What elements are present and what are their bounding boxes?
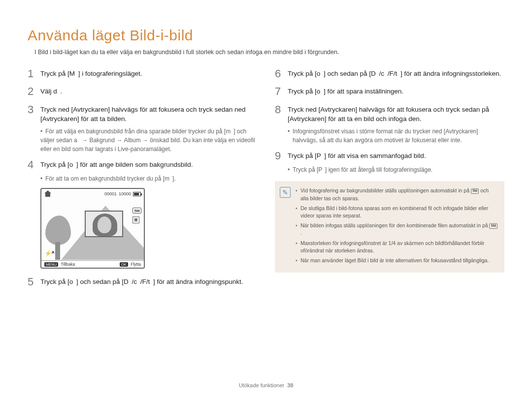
step-text: Tryck på [o ] och sedan på [D /c /F/t ] … [288, 67, 501, 79]
step-2: 2 Välj d . [28, 85, 257, 98]
step-text: Tryck ned [Avtryckaren] halvvägs för att… [40, 103, 257, 124]
step-number: 6 [275, 67, 288, 80]
step-5: 5 Tryck på [o ] och sedan på [D /c /F/t … [28, 276, 257, 288]
step-number: 9 [275, 150, 288, 162]
step-6: 6 Tryck på [o ] och sedan på [D /c /F/t … [275, 67, 504, 80]
shots-label: 10000 [119, 191, 131, 196]
step-number: 7 [275, 85, 288, 98]
step-9: 9 Tryck på [P ] för att visa en sammanfo… [275, 150, 504, 162]
step-9-sub: • Tryck på [P ] igen för att återgå till… [288, 165, 504, 174]
ok-chip: OK [120, 262, 128, 267]
flash-auto-icon: ⚡ᴬ [44, 250, 54, 257]
step-3-sub: • För att välja en bakgrundsbild från di… [40, 127, 257, 154]
step-3: 3 Tryck ned [Avtryckaren] halvvägs för a… [28, 103, 257, 124]
step-number: 3 [28, 103, 40, 116]
menu-chip: MENU [44, 262, 58, 267]
move-label: Flytta [131, 262, 141, 267]
note-item: De slutliga Bild i bild-fotona sparas so… [296, 205, 498, 219]
step-text: Tryck på [P ] för att visa en sammanfoga… [288, 150, 426, 161]
step-text: Välj d . [40, 85, 62, 96]
step-text: Tryck på [o ] för att spara inställninge… [288, 85, 403, 96]
inset-frame [85, 211, 123, 237]
left-column: 1 Tryck på [M ] i fotograferingsläget. 2… [28, 67, 257, 294]
portrait-face [98, 216, 111, 233]
step-3-sub-b: a [74, 137, 80, 144]
step-text: Tryck på [M ] i fotograferingsläget. [40, 67, 142, 79]
note-list: Vid fotografering av bakgrundsbilder stä… [296, 187, 498, 267]
page-footer: Utökade funktioner 38 [0, 382, 532, 388]
step-number: 8 [275, 103, 288, 116]
back-label: Tillbaka [61, 262, 75, 267]
note-box: ✎ Vid fotografering av bakgrundsbilder s… [275, 181, 504, 273]
step-number: 4 [28, 158, 40, 171]
footer-section: Utökade funktioner [239, 382, 284, 388]
battery-icon [133, 192, 141, 196]
step-number: 5 [28, 276, 40, 288]
step-8-sub: • Infogningsfönstret visas i större form… [288, 127, 504, 145]
step-text: Tryck på [o ] för att ange bilden som ba… [40, 158, 193, 170]
step-3-sub-d: Album [124, 137, 141, 144]
step-4-sub: • För att ta om en bakgrundsbild trycker… [40, 174, 257, 183]
home-icon [44, 191, 51, 197]
note-item: När man använder läget Bild i bild är in… [296, 257, 498, 264]
grid-icon: ▦ [133, 216, 139, 223]
counter-label: 00001 [104, 191, 117, 196]
step-8-sub-text: Infogningsfönstret visas i större format… [293, 128, 478, 144]
step-4-sub-text: För att ta om en bakgrundsbild trycker d… [45, 175, 176, 182]
footer-page: 38 [287, 382, 293, 388]
tree-trunk [55, 242, 60, 260]
step-number: 2 [28, 85, 40, 98]
step-3-sub-c: Bakgrund [89, 137, 114, 144]
step-8: 8 Tryck ned [Avtryckaren] halvvägs för a… [275, 103, 504, 124]
step-number: 1 [28, 67, 40, 80]
content-columns: 1 Tryck på [M ] i fotograferingsläget. 2… [28, 67, 504, 294]
intro-text: I Bild i bild-läget kan du ta eller välj… [34, 49, 504, 56]
step-7: 7 Tryck på [o ] för att spara inställnin… [275, 85, 504, 98]
tree-crown [45, 216, 71, 245]
step-9-sub-text: Tryck på [P ] igen för att återgå till f… [293, 166, 432, 173]
step-text: Tryck ned [Avtryckaren] halvvägs för att… [288, 103, 504, 124]
note-item: Maxstorleken för infogningsfönstret är 1… [296, 240, 498, 254]
resolution-badge: 5M [133, 208, 141, 214]
step-1: 1 Tryck på [M ] i fotograferingsläget. [28, 67, 257, 80]
right-column: 6 Tryck på [o ] och sedan på [D /c /F/t … [275, 67, 504, 294]
step-4: 4 Tryck på [o ] för att ange bilden som … [28, 158, 257, 171]
step-text: Tryck på [o ] och sedan på [D /c /F/t ] … [40, 276, 243, 287]
page-title: Använda läget Bild-i-bild [28, 27, 504, 44]
note-item: Vid fotografering av bakgrundsbilder stä… [296, 187, 498, 202]
camera-preview: 00001 10000 5M ▦ [40, 188, 257, 269]
note-item: När bilden infogas ställs upplösningen f… [296, 222, 498, 237]
note-icon: ✎ [280, 187, 291, 198]
